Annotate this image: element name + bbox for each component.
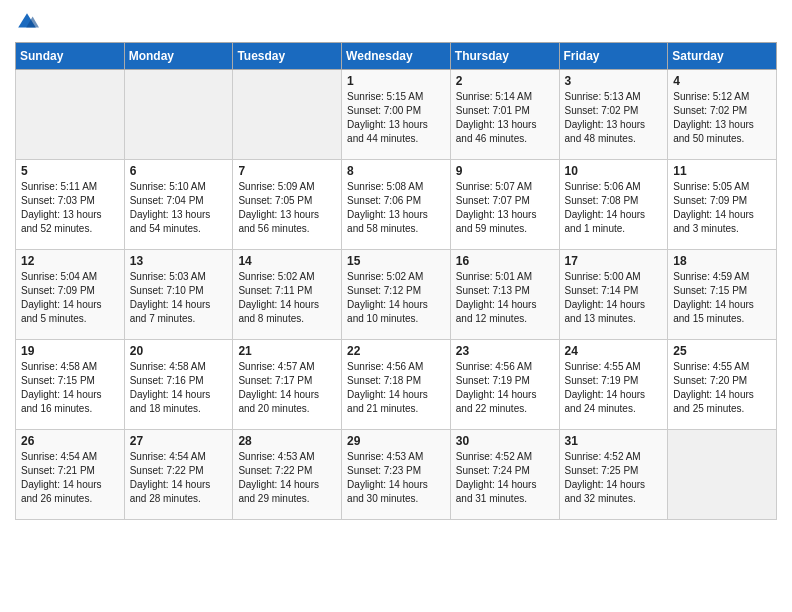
- cell-text: and 18 minutes.: [130, 402, 228, 416]
- day-number: 22: [347, 344, 445, 358]
- cell-text: and 46 minutes.: [456, 132, 554, 146]
- cell-text: and 20 minutes.: [238, 402, 336, 416]
- cell-text: Daylight: 14 hours: [130, 298, 228, 312]
- cell-text: Sunrise: 5:13 AM: [565, 90, 663, 104]
- cell-text: Daylight: 14 hours: [673, 298, 771, 312]
- day-number: 18: [673, 254, 771, 268]
- cell-text: and 25 minutes.: [673, 402, 771, 416]
- calendar-table: SundayMondayTuesdayWednesdayThursdayFrid…: [15, 42, 777, 520]
- cell-text: Sunset: 7:02 PM: [565, 104, 663, 118]
- cell-text: and 26 minutes.: [21, 492, 119, 506]
- cell-text: Sunrise: 4:57 AM: [238, 360, 336, 374]
- calendar-cell: 26Sunrise: 4:54 AMSunset: 7:21 PMDayligh…: [16, 430, 125, 520]
- cell-text: Daylight: 13 hours: [456, 118, 554, 132]
- day-number: 10: [565, 164, 663, 178]
- cell-text: Sunrise: 5:10 AM: [130, 180, 228, 194]
- calendar-cell: 24Sunrise: 4:55 AMSunset: 7:19 PMDayligh…: [559, 340, 668, 430]
- cell-text: Sunset: 7:16 PM: [130, 374, 228, 388]
- calendar-cell: 13Sunrise: 5:03 AMSunset: 7:10 PMDayligh…: [124, 250, 233, 340]
- cell-text: Daylight: 13 hours: [456, 208, 554, 222]
- calendar-cell: 5Sunrise: 5:11 AMSunset: 7:03 PMDaylight…: [16, 160, 125, 250]
- cell-text: and 3 minutes.: [673, 222, 771, 236]
- day-number: 9: [456, 164, 554, 178]
- cell-text: Sunset: 7:19 PM: [565, 374, 663, 388]
- cell-text: and 32 minutes.: [565, 492, 663, 506]
- cell-text: Daylight: 14 hours: [347, 298, 445, 312]
- cell-text: Daylight: 13 hours: [21, 208, 119, 222]
- cell-text: and 12 minutes.: [456, 312, 554, 326]
- cell-text: Daylight: 14 hours: [456, 298, 554, 312]
- cell-text: and 58 minutes.: [347, 222, 445, 236]
- calendar-week-row: 5Sunrise: 5:11 AMSunset: 7:03 PMDaylight…: [16, 160, 777, 250]
- cell-text: Sunrise: 4:58 AM: [130, 360, 228, 374]
- logo: [15, 10, 41, 34]
- cell-text: and 15 minutes.: [673, 312, 771, 326]
- cell-text: Sunset: 7:09 PM: [21, 284, 119, 298]
- calendar-cell: 10Sunrise: 5:06 AMSunset: 7:08 PMDayligh…: [559, 160, 668, 250]
- cell-text: Sunset: 7:11 PM: [238, 284, 336, 298]
- cell-text: Sunset: 7:10 PM: [130, 284, 228, 298]
- cell-text: Sunset: 7:00 PM: [347, 104, 445, 118]
- cell-text: and 5 minutes.: [21, 312, 119, 326]
- calendar-cell: 23Sunrise: 4:56 AMSunset: 7:19 PMDayligh…: [450, 340, 559, 430]
- cell-text: and 10 minutes.: [347, 312, 445, 326]
- cell-text: Daylight: 14 hours: [456, 388, 554, 402]
- cell-text: Daylight: 13 hours: [130, 208, 228, 222]
- cell-text: Sunset: 7:25 PM: [565, 464, 663, 478]
- cell-text: Daylight: 13 hours: [347, 208, 445, 222]
- cell-text: and 44 minutes.: [347, 132, 445, 146]
- cell-text: and 30 minutes.: [347, 492, 445, 506]
- cell-text: Sunset: 7:05 PM: [238, 194, 336, 208]
- cell-text: Daylight: 13 hours: [673, 118, 771, 132]
- weekday-header-tuesday: Tuesday: [233, 43, 342, 70]
- cell-text: and 31 minutes.: [456, 492, 554, 506]
- cell-text: Sunrise: 4:59 AM: [673, 270, 771, 284]
- cell-text: Sunrise: 4:54 AM: [21, 450, 119, 464]
- day-number: 13: [130, 254, 228, 268]
- calendar-cell: 11Sunrise: 5:05 AMSunset: 7:09 PMDayligh…: [668, 160, 777, 250]
- cell-text: Sunrise: 5:07 AM: [456, 180, 554, 194]
- calendar-cell: 3Sunrise: 5:13 AMSunset: 7:02 PMDaylight…: [559, 70, 668, 160]
- day-number: 2: [456, 74, 554, 88]
- cell-text: Daylight: 14 hours: [565, 298, 663, 312]
- cell-text: Daylight: 13 hours: [347, 118, 445, 132]
- day-number: 7: [238, 164, 336, 178]
- cell-text: Sunset: 7:09 PM: [673, 194, 771, 208]
- cell-text: Daylight: 14 hours: [673, 388, 771, 402]
- cell-text: and 7 minutes.: [130, 312, 228, 326]
- cell-text: Sunrise: 5:04 AM: [21, 270, 119, 284]
- cell-text: Daylight: 14 hours: [21, 298, 119, 312]
- calendar-cell: 15Sunrise: 5:02 AMSunset: 7:12 PMDayligh…: [342, 250, 451, 340]
- calendar-cell: 18Sunrise: 4:59 AMSunset: 7:15 PMDayligh…: [668, 250, 777, 340]
- day-number: 14: [238, 254, 336, 268]
- cell-text: Sunset: 7:18 PM: [347, 374, 445, 388]
- cell-text: Sunset: 7:15 PM: [21, 374, 119, 388]
- weekday-header-thursday: Thursday: [450, 43, 559, 70]
- day-number: 28: [238, 434, 336, 448]
- calendar-week-row: 12Sunrise: 5:04 AMSunset: 7:09 PMDayligh…: [16, 250, 777, 340]
- header: [15, 10, 777, 34]
- calendar-cell: 1Sunrise: 5:15 AMSunset: 7:00 PMDaylight…: [342, 70, 451, 160]
- cell-text: Sunrise: 5:15 AM: [347, 90, 445, 104]
- cell-text: Sunset: 7:20 PM: [673, 374, 771, 388]
- day-number: 20: [130, 344, 228, 358]
- cell-text: and 48 minutes.: [565, 132, 663, 146]
- cell-text: Sunset: 7:21 PM: [21, 464, 119, 478]
- cell-text: Daylight: 14 hours: [238, 388, 336, 402]
- cell-text: and 1 minute.: [565, 222, 663, 236]
- cell-text: and 52 minutes.: [21, 222, 119, 236]
- cell-text: Daylight: 14 hours: [456, 478, 554, 492]
- weekday-header-friday: Friday: [559, 43, 668, 70]
- day-number: 29: [347, 434, 445, 448]
- day-number: 26: [21, 434, 119, 448]
- calendar-cell: 22Sunrise: 4:56 AMSunset: 7:18 PMDayligh…: [342, 340, 451, 430]
- cell-text: Sunrise: 5:12 AM: [673, 90, 771, 104]
- cell-text: Sunrise: 5:00 AM: [565, 270, 663, 284]
- calendar-cell: 4Sunrise: 5:12 AMSunset: 7:02 PMDaylight…: [668, 70, 777, 160]
- calendar-cell: [233, 70, 342, 160]
- cell-text: Sunrise: 4:52 AM: [456, 450, 554, 464]
- cell-text: Sunset: 7:14 PM: [565, 284, 663, 298]
- day-number: 24: [565, 344, 663, 358]
- logo-icon: [15, 10, 39, 34]
- cell-text: Daylight: 14 hours: [130, 478, 228, 492]
